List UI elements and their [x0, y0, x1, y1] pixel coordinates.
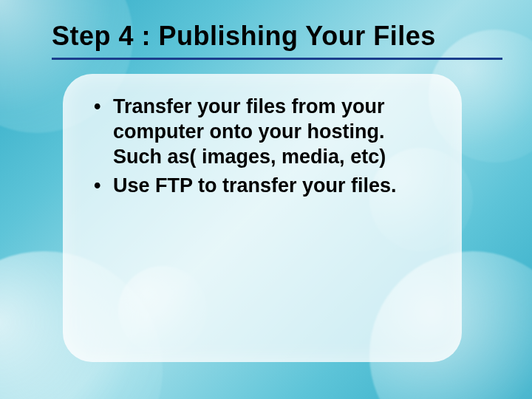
list-item: Transfer your files from your computer o…: [89, 95, 432, 169]
list-item: Use FTP to transfer your files.: [89, 174, 432, 199]
title-underline: [52, 58, 502, 60]
bullet-list: Transfer your files from your computer o…: [89, 95, 432, 199]
slide-title: Step 4 : Publishing Your Files: [52, 21, 502, 52]
content-panel: Transfer your files from your computer o…: [63, 74, 462, 362]
